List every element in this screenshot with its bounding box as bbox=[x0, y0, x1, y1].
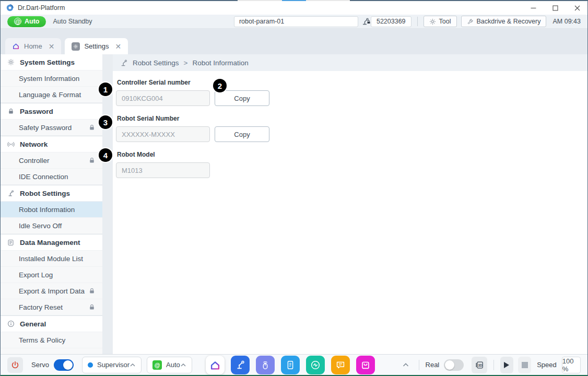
sidebar-item-terms-policy[interactable]: Terms & Policy bbox=[0, 332, 102, 348]
robot-model-input[interactable] bbox=[116, 162, 210, 178]
lock-icon bbox=[89, 304, 95, 310]
real-toggle[interactable] bbox=[444, 359, 464, 371]
field-label-controller-serial-number: Controller Serial number bbox=[117, 79, 588, 86]
dock-home-icon[interactable] bbox=[206, 356, 225, 374]
lock-icon bbox=[7, 108, 15, 114]
serial-badge: 52203369 bbox=[361, 16, 411, 27]
tab-home[interactable]: Home ✕ bbox=[5, 38, 61, 54]
app-icon bbox=[6, 4, 14, 11]
sidebar-item-label: Controller bbox=[19, 157, 50, 164]
app-dock bbox=[206, 356, 375, 374]
auto-mode-icon: @ bbox=[14, 18, 21, 25]
power-button[interactable] bbox=[7, 357, 23, 373]
callout-badge-4: 4 bbox=[99, 148, 112, 162]
speed-value[interactable]: 100 % bbox=[562, 357, 581, 373]
sidebar-section-label: Robot Settings bbox=[20, 190, 70, 197]
info-icon bbox=[7, 320, 15, 327]
controller-serial-number-input[interactable] bbox=[116, 90, 210, 106]
gear-icon bbox=[7, 58, 15, 66]
sidebar-item-language-format[interactable]: Language & Format bbox=[0, 87, 102, 103]
backdrive-recovery-button[interactable]: Backdrive & Recovery bbox=[461, 16, 547, 27]
sidebar-gutter bbox=[102, 54, 113, 355]
home-icon bbox=[12, 42, 20, 50]
gear-icon bbox=[429, 18, 436, 25]
field-label-robot-model: Robot Model bbox=[117, 151, 588, 158]
sidebar-section-label: Password bbox=[20, 108, 53, 115]
tab-home-close-icon[interactable]: ✕ bbox=[49, 43, 55, 50]
callout-badge-1: 1 bbox=[99, 83, 112, 96]
background-window-sliver bbox=[0, 0, 588, 1]
sidebar-section-network[interactable]: Network bbox=[0, 136, 102, 152]
copy-button[interactable]: Copy bbox=[215, 126, 269, 142]
auto-mode-icon: @ bbox=[152, 360, 162, 370]
lock-icon bbox=[89, 288, 95, 294]
tab-bar: Home ✕ Settings ✕ bbox=[0, 29, 588, 54]
field-label-robot-serial-number: Robot Serial Number bbox=[117, 115, 588, 122]
sidebar-section-system-settings[interactable]: System Settings bbox=[0, 54, 102, 70]
dock-robot-arm-icon[interactable] bbox=[231, 356, 250, 374]
dock-monitor-icon[interactable] bbox=[306, 356, 325, 374]
sidebar-item-ide-connection[interactable]: IDE Connection bbox=[0, 169, 102, 185]
robot-serial-value[interactable]: 52203369 bbox=[371, 16, 411, 27]
tab-settings-close-icon[interactable]: ✕ bbox=[115, 43, 121, 50]
sidebar-item-export-log[interactable]: Export Log bbox=[0, 267, 102, 283]
copy-button[interactable]: Copy bbox=[215, 90, 269, 106]
callout-badge-2: 2 bbox=[213, 79, 227, 92]
sidebar-item-installed-module-list[interactable]: Installed Module List bbox=[0, 251, 102, 267]
sidebar-section-password[interactable]: Password bbox=[0, 103, 102, 120]
lock-icon bbox=[89, 124, 95, 131]
tab-settings[interactable]: Settings ✕ bbox=[65, 38, 128, 54]
sidebar-item-robot-information[interactable]: Robot Information bbox=[0, 202, 102, 218]
maximize-icon[interactable] bbox=[544, 1, 566, 15]
antenna-icon bbox=[7, 140, 15, 148]
dock-store-icon[interactable] bbox=[356, 356, 375, 374]
wrench-icon bbox=[467, 18, 474, 25]
robot-serial-number-input[interactable] bbox=[116, 126, 210, 142]
servo-label: Servo bbox=[31, 361, 49, 369]
sidebar: System SettingsSystem InformationLanguag… bbox=[0, 54, 102, 355]
chevron-up-icon bbox=[130, 363, 136, 367]
sidebar-item-label: Robot Information bbox=[19, 206, 75, 214]
breadcrumb-page: Robot Information bbox=[192, 59, 248, 67]
sidebar-item-safety-password[interactable]: Safety Password bbox=[0, 120, 102, 136]
dock-teach-pendant-icon[interactable] bbox=[256, 356, 275, 374]
play-icon bbox=[503, 361, 510, 369]
user-role-icon bbox=[88, 362, 93, 368]
sidebar-item-label: Installed Module List bbox=[19, 255, 83, 263]
operation-mode-dropdown[interactable]: @ Auto bbox=[147, 357, 192, 373]
breadcrumb-section[interactable]: Robot Settings bbox=[133, 59, 179, 67]
stop-button[interactable] bbox=[518, 357, 531, 373]
speed-label: Speed bbox=[537, 361, 557, 369]
sidebar-item-controller[interactable]: Controller bbox=[0, 152, 102, 169]
minimize-icon[interactable] bbox=[522, 1, 544, 15]
tool-button[interactable]: Tool bbox=[424, 16, 457, 27]
servo-toggle[interactable] bbox=[54, 359, 74, 371]
sidebar-item-label: Export Log bbox=[19, 271, 53, 279]
sidebar-item-export-import-data[interactable]: Export & Import Data bbox=[0, 283, 102, 299]
sidebar-item-factory-reset[interactable]: Factory Reset bbox=[0, 299, 102, 315]
settings-icon bbox=[72, 42, 80, 51]
breadcrumb: Robot Settings > Robot Information bbox=[113, 54, 588, 71]
bottom-bar: Servo Supervisor @ Auto Real 3D Speed 10… bbox=[0, 354, 588, 375]
dock-document-icon[interactable] bbox=[281, 356, 300, 374]
sidebar-section-robot-settings[interactable]: Robot Settings bbox=[0, 185, 102, 202]
user-role-dropdown[interactable]: Supervisor bbox=[82, 357, 142, 373]
sidebar-section-data-management[interactable]: Data Management bbox=[0, 234, 102, 251]
robot-icon bbox=[7, 190, 15, 197]
play-button[interactable] bbox=[500, 357, 513, 373]
3d-view-button[interactable]: 3D bbox=[472, 357, 487, 373]
sidebar-section-general[interactable]: General bbox=[0, 315, 102, 332]
robot-param-input[interactable] bbox=[234, 16, 358, 27]
dock-collapse-chevron-icon[interactable] bbox=[399, 362, 413, 368]
sidebar-item-system-information[interactable]: System Information bbox=[0, 70, 102, 87]
close-icon[interactable] bbox=[566, 1, 588, 15]
callout-badge-3: 3 bbox=[99, 115, 112, 129]
field-row: Copy bbox=[116, 126, 588, 142]
dock-message-icon[interactable] bbox=[331, 356, 350, 374]
robot-lock-icon bbox=[361, 17, 370, 26]
sidebar-item-label: Factory Reset bbox=[19, 303, 63, 311]
power-icon bbox=[10, 360, 20, 370]
sidebar-item-idle-servo-off[interactable]: Idle Servo Off bbox=[0, 218, 102, 234]
sidebar-section-label: System Settings bbox=[20, 58, 75, 66]
mode-badge[interactable]: @ Auto bbox=[7, 16, 46, 27]
